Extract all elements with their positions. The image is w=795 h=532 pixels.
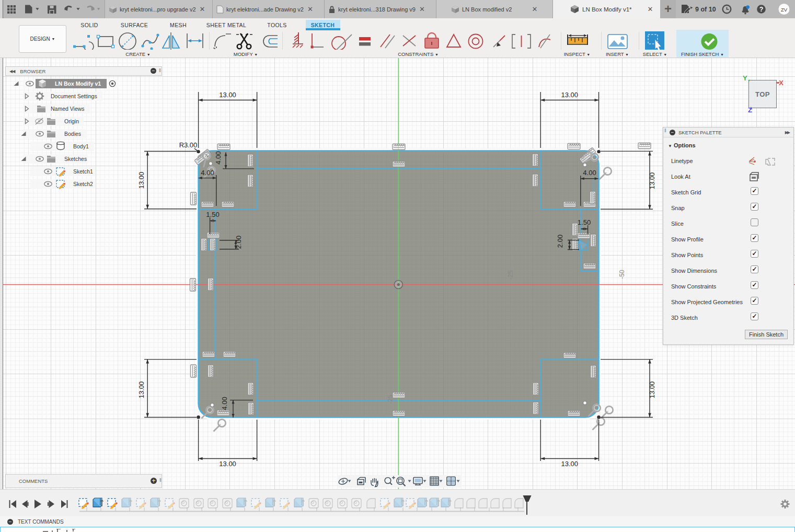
- svg-text:Bodies: Bodies: [64, 131, 81, 137]
- svg-text:R3.00: R3.00: [179, 141, 198, 149]
- svg-text:Sketch1: Sketch1: [73, 168, 93, 175]
- svg-text:4.00: 4.00: [583, 169, 596, 177]
- svg-text:Named Views: Named Views: [51, 106, 85, 112]
- svg-text:Document Settings: Document Settings: [51, 93, 97, 99]
- svg-text:13.00: 13.00: [219, 460, 236, 468]
- svg-text:9 of 10: 9 of 10: [695, 6, 716, 13]
- svg-text:?: ?: [759, 6, 764, 13]
- svg-text:13.00: 13.00: [648, 172, 656, 190]
- svg-text:ZV: ZV: [781, 7, 788, 13]
- svg-text:Origin: Origin: [64, 118, 79, 124]
- svg-text:Sketches: Sketches: [64, 156, 87, 162]
- svg-text:2.00: 2.00: [556, 235, 564, 248]
- svg-text:-50: -50: [618, 270, 626, 279]
- svg-text:2.00: 2.00: [235, 236, 243, 249]
- svg-text:13.00: 13.00: [648, 381, 656, 399]
- svg-text:Body1: Body1: [73, 143, 89, 149]
- svg-text:-25: -25: [387, 395, 394, 404]
- svg-text:4.00: 4.00: [221, 397, 228, 410]
- svg-text:Sketch2: Sketch2: [73, 181, 93, 187]
- svg-text:-25: -25: [507, 270, 514, 280]
- svg-text:13.00: 13.00: [561, 460, 579, 468]
- svg-text:LN Box Modify v1: LN Box Modify v1: [55, 80, 101, 87]
- svg-text:1.50: 1.50: [206, 211, 219, 218]
- svg-text:13.00: 13.00: [219, 91, 236, 99]
- svg-text:13.00: 13.00: [137, 381, 145, 399]
- svg-text:13.00: 13.00: [561, 91, 579, 99]
- svg-text:4.00: 4.00: [201, 169, 214, 177]
- svg-text:4.00: 4.00: [214, 151, 222, 164]
- svg-text:1.50: 1.50: [578, 218, 591, 226]
